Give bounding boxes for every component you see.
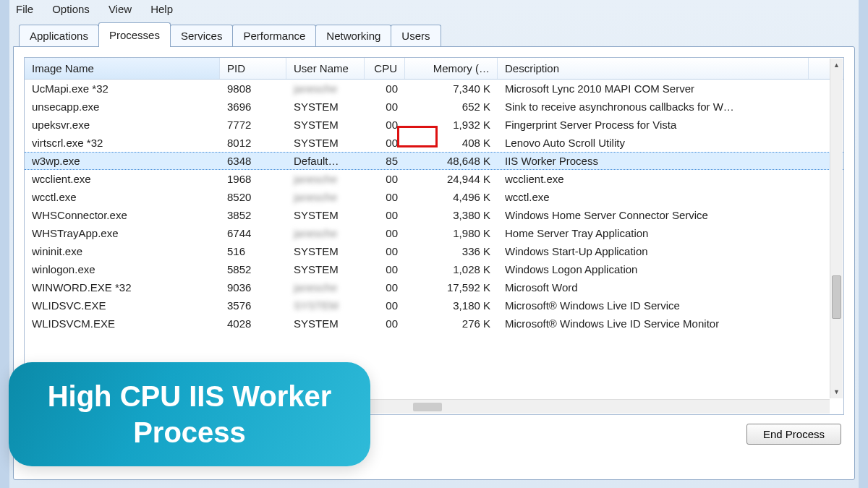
cell-user-name: SYSTEM <box>286 263 365 275</box>
cell-memory: 7,340 K <box>405 82 498 95</box>
tab-networking[interactable]: Networking <box>315 25 391 46</box>
process-table: Image Name PID User Name CPU Memory (… D… <box>24 57 844 415</box>
cell-cpu: 00 <box>365 82 405 95</box>
table-row[interactable]: WLIDSVCM.EXE4028SYSTEM00276 KMicrosoft® … <box>25 314 843 333</box>
menu-help[interactable]: Help <box>150 3 173 15</box>
cell-description: IIS Worker Process <box>498 155 809 167</box>
col-header-image-name[interactable]: Image Name <box>25 58 220 79</box>
cell-cpu: 00 <box>365 281 405 294</box>
cell-memory: 3,380 K <box>405 209 498 221</box>
cell-description: Home Server Tray Application <box>498 227 809 239</box>
cell-description: wcctl.exe <box>498 191 809 203</box>
cell-image-name: wcclient.exe <box>25 173 220 185</box>
col-header-pid[interactable]: PID <box>220 58 286 79</box>
cell-memory: 336 K <box>405 245 498 257</box>
overlay-line1: High CPU IIS Worker <box>29 378 350 414</box>
col-header-cpu[interactable]: CPU <box>365 58 405 79</box>
cell-description: Microsoft® Windows Live ID Service <box>498 299 809 312</box>
table-row[interactable]: wcctl.exe8520janesche004,496 Kwcctl.exe <box>25 188 843 206</box>
table-row[interactable]: wininit.exe516SYSTEM00336 KWindows Start… <box>25 242 843 260</box>
table-row[interactable]: upeksvr.exe7772SYSTEM001,932 KFingerprin… <box>25 116 843 134</box>
scroll-up-arrow-icon[interactable]: ▲ <box>830 59 843 72</box>
table-row[interactable]: virtscrl.exe *328012SYSTEM00408 KLenovo … <box>25 134 843 152</box>
table-row[interactable]: WINWORD.EXE *329036janesche0017,592 KMic… <box>25 278 843 296</box>
vertical-scrollbar[interactable]: ▲ ▼ <box>830 59 843 398</box>
scroll-down-arrow-icon[interactable]: ▼ <box>830 385 843 398</box>
cell-pid: 4028 <box>220 317 286 330</box>
tab-users[interactable]: Users <box>391 25 441 46</box>
cell-image-name: WHSConnector.exe <box>25 209 220 221</box>
menu-file[interactable]: File <box>16 3 33 15</box>
cell-image-name: WINWORD.EXE *32 <box>25 281 220 294</box>
col-header-user-name[interactable]: User Name <box>286 58 365 79</box>
cell-image-name: virtscrl.exe *32 <box>25 137 220 149</box>
cell-pid: 9808 <box>220 82 286 95</box>
cell-user-name: SYSTEM <box>286 137 365 149</box>
cell-cpu: 00 <box>365 100 405 113</box>
cell-pid: 6348 <box>220 155 286 167</box>
table-row[interactable]: WHSTrayApp.exe6744janesche001,980 KHome … <box>25 224 843 242</box>
table-row[interactable]: WHSConnector.exe3852SYSTEM003,380 KWindo… <box>25 206 843 224</box>
cell-user-name: Default… <box>286 155 365 167</box>
cell-pid: 3576 <box>220 299 286 312</box>
table-row[interactable]: unsecapp.exe3696SYSTEM00652 KSink to rec… <box>25 98 843 116</box>
hscroll-thumb[interactable] <box>413 403 442 411</box>
table-row[interactable]: UcMapi.exe *329808janesche007,340 KMicro… <box>25 80 843 98</box>
end-process-button[interactable]: End Process <box>746 424 841 445</box>
cell-memory: 408 K <box>405 137 498 149</box>
menu-bar: File Options View Help <box>0 0 868 18</box>
cell-user-name: SYSTEM <box>286 317 365 330</box>
cell-pid: 5852 <box>220 263 286 275</box>
cell-pid: 516 <box>220 245 286 257</box>
cell-pid: 3852 <box>220 209 286 221</box>
tab-performance[interactable]: Performance <box>232 25 316 46</box>
menu-options[interactable]: Options <box>52 3 90 15</box>
cell-user-name: SYSTEM <box>286 119 365 131</box>
table-row[interactable]: wcclient.exe1968janesche0024,944 Kwcclie… <box>25 170 843 188</box>
table-row[interactable]: winlogon.exe5852SYSTEM001,028 KWindows L… <box>25 260 843 278</box>
cell-cpu: 00 <box>365 119 405 131</box>
col-header-description[interactable]: Description <box>498 58 809 79</box>
cell-pid: 6744 <box>220 227 286 239</box>
cell-memory: 652 K <box>405 100 498 113</box>
cell-cpu: 00 <box>365 191 405 203</box>
cell-user-name: janesche <box>286 227 365 239</box>
cell-pid: 1968 <box>220 173 286 185</box>
cell-cpu: 00 <box>365 209 405 221</box>
cell-user-name: SYSTEM <box>286 299 365 312</box>
cell-image-name: WLIDSVCM.EXE <box>25 317 220 330</box>
table-row[interactable]: WLIDSVC.EXE3576SYSTEM003,180 KMicrosoft®… <box>25 296 843 314</box>
cell-description: Fingerprint Server Process for Vista <box>498 119 809 131</box>
overlay-line2: Process <box>29 414 350 450</box>
table-row[interactable]: w3wp.exe6348Default…8548,648 KIIS Worker… <box>25 152 843 170</box>
cell-cpu: 00 <box>365 137 405 149</box>
tab-applications[interactable]: Applications <box>19 25 99 46</box>
menu-view[interactable]: View <box>109 3 132 15</box>
cell-memory: 24,944 K <box>405 173 498 185</box>
cell-image-name: unsecapp.exe <box>25 100 220 113</box>
cell-cpu: 00 <box>365 227 405 239</box>
table-header: Image Name PID User Name CPU Memory (… D… <box>25 58 843 80</box>
cell-cpu: 00 <box>365 245 405 257</box>
cell-pid: 8520 <box>220 191 286 203</box>
cell-memory: 17,592 K <box>405 281 498 294</box>
cell-description: Sink to receive asynchronous callbacks f… <box>498 100 809 113</box>
cell-pid: 3696 <box>220 100 286 113</box>
cell-description: Windows Logon Application <box>498 263 809 275</box>
cell-cpu: 00 <box>365 173 405 185</box>
cell-description: Microsoft Word <box>498 281 809 294</box>
cell-description: wcclient.exe <box>498 173 809 185</box>
cell-cpu: 00 <box>365 299 405 312</box>
tab-processes[interactable]: Processes <box>98 22 171 47</box>
cell-memory: 3,180 K <box>405 299 498 312</box>
cell-memory: 4,496 K <box>405 191 498 203</box>
tab-services[interactable]: Services <box>170 25 234 46</box>
cell-user-name: janesche <box>286 82 365 95</box>
cell-description: Windows Start-Up Application <box>498 245 809 257</box>
cell-image-name: UcMapi.exe *32 <box>25 82 220 95</box>
col-header-memory[interactable]: Memory (… <box>405 58 498 79</box>
cell-image-name: WLIDSVC.EXE <box>25 299 220 312</box>
scroll-thumb[interactable] <box>832 275 841 319</box>
cell-image-name: winlogon.exe <box>25 263 220 275</box>
cell-user-name: SYSTEM <box>286 245 365 257</box>
